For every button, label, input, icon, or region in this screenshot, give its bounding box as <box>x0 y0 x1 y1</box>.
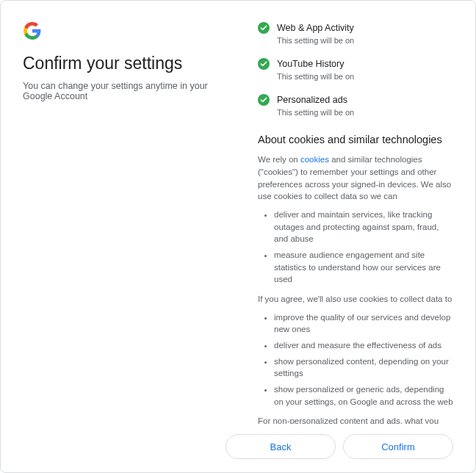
cookies-heading: About cookies and similar technologies <box>258 132 453 148</box>
cookies-agree: If you agree, we'll also use cookies to … <box>258 293 453 306</box>
setting-sub: This setting will be on <box>277 35 354 47</box>
confirm-button[interactable]: Confirm <box>343 434 453 459</box>
right-column: Web & App ActivityThis setting will be o… <box>258 21 453 424</box>
cookies-link[interactable]: cookies <box>300 155 329 164</box>
setting-sub: This setting will be on <box>277 107 354 119</box>
check-circle-icon <box>258 22 270 34</box>
list-item: deliver and measure the effectiveness of… <box>274 339 453 352</box>
cookies-intro: We rely on cookies and similar technolog… <box>258 154 453 203</box>
button-row: Back Confirm <box>23 434 453 459</box>
list-item: deliver and maintain services, like trac… <box>274 209 453 245</box>
back-button[interactable]: Back <box>226 434 336 459</box>
cookies-nonpersonalized: For non-personalized content and ads, wh… <box>258 415 453 424</box>
list-item: measure audience engagement and site sta… <box>274 249 453 286</box>
check-circle-icon <box>258 58 270 70</box>
cookies-list-1: deliver and maintain services, like trac… <box>258 209 453 286</box>
cookies-intro-pre: We rely on <box>258 155 300 164</box>
check-circle-icon <box>258 94 270 106</box>
page-subtitle: You can change your settings anytime in … <box>23 81 228 101</box>
setting-sub: This setting will be on <box>277 71 354 83</box>
setting-item: YouTube HistoryThis setting will be on <box>258 57 453 83</box>
list-item: show personalized or generic ads, depend… <box>274 383 453 408</box>
setting-title: Personalized ads <box>277 93 354 106</box>
left-column: Confirm your settings You can change you… <box>23 21 228 424</box>
list-item: improve the quality of our services and … <box>274 311 453 336</box>
setting-title: Web & App Activity <box>277 21 354 35</box>
setting-item: Web & App ActivityThis setting will be o… <box>258 21 453 47</box>
page-title: Confirm your settings <box>23 54 228 73</box>
setting-item: Personalized adsThis setting will be on <box>258 93 453 119</box>
settings-list: Web & App ActivityThis setting will be o… <box>258 21 453 119</box>
cookies-list-2: improve the quality of our services and … <box>258 311 453 408</box>
google-logo-icon <box>23 21 42 40</box>
list-item: show personalized content, depending on … <box>274 355 453 380</box>
setting-title: YouTube History <box>277 57 354 71</box>
